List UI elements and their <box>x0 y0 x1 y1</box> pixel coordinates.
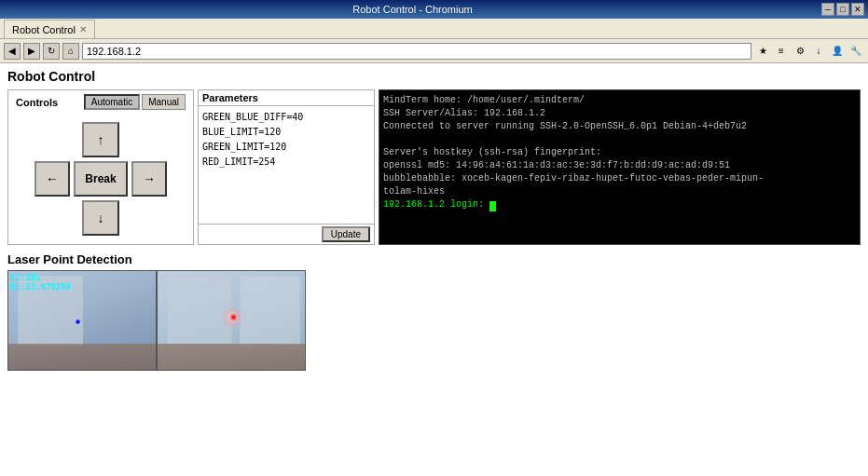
parameters-body: GREEN_BLUE_DIFF=40 BLUE_LIMIT=120 GREEN_… <box>199 106 374 224</box>
laser-dot-left <box>76 320 80 324</box>
param-row: RED_LIMIT=254 <box>202 155 370 170</box>
controls-panel: Controls Automatic Manual ↑ ← Break → ↓ <box>7 89 194 245</box>
terminal-line-1: MindTerm home: /home/user/.mindterm/ <box>383 94 856 107</box>
tab-bar: Robot Control ✕ <box>0 19 868 39</box>
terminal-panel: MindTerm home: /home/user/.mindterm/ SSH… <box>379 89 861 245</box>
download-icon[interactable]: ↓ <box>810 43 827 60</box>
parameters-header: Parameters <box>199 90 374 106</box>
terminal-cursor <box>489 201 496 211</box>
terminal-line-2: SSH Server/Alias: 192.168.1.2 <box>383 107 856 120</box>
laser-section: Laser Point Detection <box>7 252 861 371</box>
terminal-prompt-line: 192.168.1.2 login: <box>383 198 856 211</box>
nav-bar: ◀ ▶ ↻ ⌂ 192.168.1.2 ★ ≡ ⚙ ↓ 👤 🔧 <box>0 39 868 63</box>
browser-title: Robot Control - Chromium <box>4 4 821 15</box>
bookmark-icon[interactable]: ★ <box>754 43 771 60</box>
left-button[interactable]: ← <box>34 161 70 197</box>
minimize-button[interactable]: ─ <box>821 3 834 16</box>
wrench-icon[interactable]: 🔧 <box>847 43 864 60</box>
terminal-line-4 <box>383 133 856 146</box>
controls-header: Controls <box>12 95 62 110</box>
page-title: Robot Control <box>7 69 861 84</box>
laser-overlay-line2: Di:32.970299 <box>10 282 71 292</box>
laser-dot-right <box>230 314 237 320</box>
terminal-line-5: Server's hostkey (ssh-rsa) fingerprint: <box>383 146 856 159</box>
camera-right <box>158 271 306 371</box>
url-text: 192.168.1.2 <box>87 46 141 57</box>
forward-button[interactable]: ▶ <box>23 43 40 60</box>
tab-label: Robot Control <box>12 24 76 35</box>
terminal-line-6: openssl md5: 14:96:a4:61:1a:d3:ac:3e:3d:… <box>383 159 856 172</box>
fabric-right-2 <box>240 276 300 346</box>
menu-icon[interactable]: ≡ <box>773 43 790 60</box>
window-controls: ─ □ ✕ <box>821 3 864 16</box>
mode-buttons: Automatic Manual <box>80 92 189 112</box>
shelf-right <box>158 344 306 371</box>
controls-body: ↑ ← Break → ↓ <box>8 114 193 244</box>
browser-window: Robot Control - Chromium ─ □ ✕ Robot Con… <box>0 0 868 476</box>
terminal-prompt: 192.168.1.2 login: <box>383 199 489 210</box>
browser-tab[interactable]: Robot Control ✕ <box>4 20 95 38</box>
address-bar[interactable]: 192.168.1.2 <box>82 43 751 60</box>
main-section: Controls Automatic Manual ↑ ← Break → ↓ <box>7 89 861 245</box>
maximize-button[interactable]: □ <box>836 3 849 16</box>
dpad: ↑ ← Break → ↓ <box>34 121 168 237</box>
close-button[interactable]: ✕ <box>851 3 864 16</box>
back-button[interactable]: ◀ <box>4 43 21 60</box>
right-button[interactable]: → <box>131 161 167 197</box>
tab-close-button[interactable]: ✕ <box>79 24 87 34</box>
shelf-left <box>8 344 156 371</box>
title-bar: Robot Control - Chromium ─ □ ✕ <box>0 0 868 19</box>
break-button[interactable]: Break <box>74 161 128 197</box>
up-button[interactable]: ↑ <box>82 122 119 157</box>
terminal-line-8: tolam-hixes <box>383 185 856 198</box>
laser-title: Laser Point Detection <box>7 252 861 266</box>
laser-overlay-line1: CC:101 <box>10 273 71 282</box>
param-row: GREEN_BLUE_DIFF=40 <box>202 110 370 125</box>
user-icon[interactable]: 👤 <box>829 43 846 60</box>
settings-icon[interactable]: ⚙ <box>792 43 808 60</box>
update-button[interactable]: Update <box>322 226 370 242</box>
parameters-footer: Update <box>199 224 374 244</box>
param-row: GREEN_LIMIT=120 <box>202 140 370 155</box>
home-button[interactable]: ⌂ <box>62 43 79 60</box>
reload-button[interactable]: ↻ <box>43 43 60 60</box>
page-content: Robot Control Controls Automatic Manual … <box>0 63 868 476</box>
automatic-button[interactable]: Automatic <box>84 94 140 110</box>
parameters-panel: Parameters GREEN_BLUE_DIFF=40 BLUE_LIMIT… <box>198 89 375 245</box>
toolbar-icons: ★ ≡ ⚙ ↓ 👤 🔧 <box>754 43 864 60</box>
param-row: BLUE_LIMIT=120 <box>202 125 370 140</box>
terminal-line-3: Connected to server running SSH-2.0-Open… <box>383 120 856 133</box>
laser-overlay: CC:101 Di:32.970299 <box>10 273 71 292</box>
laser-image-container: CC:101 Di:32.970299 <box>7 270 306 371</box>
terminal-line-7: bubblebabble: xoceb-kagen-fepiv-ribaz-hu… <box>383 172 856 185</box>
manual-button[interactable]: Manual <box>142 94 186 110</box>
down-button[interactable]: ↓ <box>82 200 119 236</box>
